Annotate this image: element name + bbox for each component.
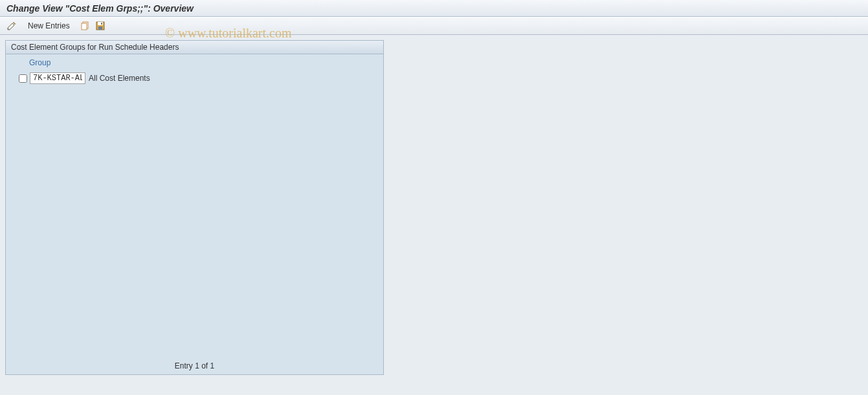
table-row: All Cost Elements (6, 71, 383, 85)
table-footer: Entry 1 of 1 (6, 358, 383, 374)
title-bar: Change View "Cost Elem Grps;;": Overview (0, 0, 868, 17)
new-entries-button[interactable]: New Entries (22, 19, 76, 32)
main-content: Cost Element Groups for Run Schedule Hea… (0, 35, 868, 380)
row-select-checkbox[interactable] (19, 74, 27, 83)
svg-rect-1 (82, 23, 87, 30)
group-input[interactable] (30, 72, 85, 84)
svg-rect-5 (101, 23, 102, 25)
table-container: Group All Cost Elements Entry 1 of 1 (6, 54, 383, 374)
copy-icon[interactable] (81, 21, 90, 30)
save-variant-icon[interactable] (95, 21, 106, 31)
table-header-row: Group (6, 54, 383, 71)
row-description: All Cost Elements (89, 74, 150, 83)
toolbar: New Entries (0, 17, 868, 35)
svg-rect-4 (98, 27, 102, 30)
page-title: Change View "Cost Elem Grps;;": Overview (6, 3, 194, 14)
edit-icon[interactable] (6, 21, 17, 31)
panel: Cost Element Groups for Run Schedule Hea… (5, 40, 384, 375)
panel-header: Cost Element Groups for Run Schedule Hea… (6, 41, 383, 54)
column-header-group[interactable]: Group (19, 57, 50, 69)
